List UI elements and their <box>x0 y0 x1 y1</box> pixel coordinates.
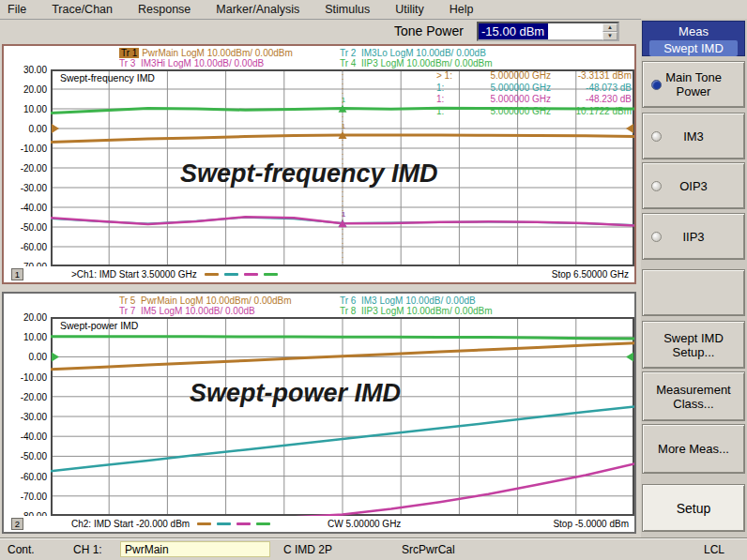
statusbar: Cont. CH 1: PwrMain C IMD 2P SrcPwrCal L… <box>0 538 747 560</box>
ref-level-arrow-right <box>626 124 633 133</box>
ref-level-arrow-left <box>52 352 59 361</box>
annotation-ch2: Swept-power IMD <box>190 379 401 408</box>
y-axis-tick: -30.00 <box>21 412 47 422</box>
y-axis-tick: 30.00 <box>23 65 47 75</box>
spin-down-icon[interactable]: ▼ <box>602 32 617 40</box>
y-axis-tick: -50.00 <box>21 451 47 462</box>
dash-im5 <box>236 522 251 525</box>
y-axis-tick: 20.00 <box>23 84 47 95</box>
ch1-stop-label: Stop 6.50000 GHz <box>552 269 629 280</box>
cal-status: C IMD 2P <box>283 543 332 556</box>
y-axis-tick: -40.00 <box>21 203 47 213</box>
menu-stimulus[interactable]: Stimulus <box>325 3 382 16</box>
channel-status-label: CH 1: <box>73 543 102 556</box>
dash-pwrmain2 <box>197 522 211 525</box>
channel1-badge: 1 <box>11 268 23 280</box>
tone-power-spinner: ▲ ▼ <box>602 23 617 39</box>
trace-label-tr2[interactable]: Tr 2 IM3Lo LogM 10.00dB/ 0.00dB <box>340 48 486 58</box>
trace-tr1-badge: Tr 1 <box>119 48 139 58</box>
trace-label-tr4[interactable]: Tr 4 IIP3 LogM 10.00dBm/ 0.00dBm <box>340 58 493 68</box>
y-axis-tick: -60.00 <box>21 471 47 481</box>
y-axis-tick: 10.00 <box>23 332 47 342</box>
trace-legend-dashes-ch2 <box>197 522 270 525</box>
spin-up-icon[interactable]: ▲ <box>602 23 617 32</box>
svg-text:1: 1 <box>342 122 346 130</box>
trace-im5 <box>51 464 634 517</box>
softkey-measurement-class[interactable]: Measurement Class... <box>642 371 745 421</box>
y-axis-tick: -20.00 <box>21 391 47 401</box>
softkey-blank[interactable] <box>642 269 745 316</box>
y-axis-ch1: 30.0020.0010.000.00-10.00-20.00-30.00-40… <box>4 69 51 266</box>
meas-header: Meas Swept IMD <box>642 21 745 56</box>
menu-utility[interactable]: Utility <box>395 3 436 16</box>
menu-marker-analysis[interactable]: Marker/Analysis <box>216 3 312 16</box>
trace-label-tr3[interactable]: Tr 3 IM3Hi LogM 10.00dB/ 0.00dB <box>119 58 264 68</box>
trace-iip3 <box>51 337 634 339</box>
y-axis-tick: -10.00 <box>21 371 47 382</box>
plot-ch2: Swept-power IMD Swept-power IMD <box>51 317 634 516</box>
radio-icon <box>651 181 662 191</box>
y-axis-tick: 0.00 <box>29 124 47 134</box>
trace-layer <box>51 317 634 516</box>
menubar: File Trace/Chan Response Marker/Analysis… <box>0 0 747 20</box>
svg-text:1: 1 <box>342 96 346 104</box>
softkey-main-tone-power[interactable]: Main Tone Power <box>642 61 745 108</box>
trace-tr1-desc: PwrMain LogM 10.00dBm/ 0.00dBm <box>139 48 292 58</box>
trace-pwrmain <box>51 343 634 370</box>
radio-icon <box>651 232 662 242</box>
sweep-mode-status: Cont. <box>8 543 35 556</box>
dash-iip3-2 <box>256 522 270 525</box>
plot-ch1: Swept-frequency IMD > 1:5.000000 GHz-3.3… <box>51 69 634 266</box>
softkey-more-meas[interactable]: More Meas... <box>642 424 745 474</box>
menu-file[interactable]: File <box>8 3 38 16</box>
softkey-oip3[interactable]: OIP3 <box>642 162 745 209</box>
trace-label-tr8[interactable]: Tr 8 IIP3 LogM 10.00dBm/ 0.00dBm <box>340 306 493 316</box>
y-axis-tick: -40.00 <box>21 431 47 442</box>
trace-labels-ch1: Tr 1 PwrMain LogM 10.00dBm/ 0.00dBm Tr 2… <box>4 46 634 69</box>
dash-im3 <box>217 522 231 525</box>
trace-labels-ch2: Tr 5 PwrMain LogM 10.00dBm/ 0.00dBm Tr 6… <box>4 294 634 317</box>
channel2-badge: 2 <box>11 518 23 530</box>
annotation-ch1: Swept-frequency IMD <box>180 159 438 189</box>
dash-pwrmain <box>205 273 219 276</box>
dash-iip3 <box>264 273 278 276</box>
meas-header-title: Meas <box>643 24 744 38</box>
ch1-start-label: >Ch1: IMD Start 3.50000 GHz <box>71 269 197 280</box>
channel2-status-row: 2 Ch2: IMD Start -20.000 dBm CW 5.00000 … <box>4 516 634 532</box>
y-axis-tick: 20.00 <box>23 312 47 323</box>
ref-level-arrow-right <box>626 352 633 361</box>
ch2-stop-label: Stop -5.0000 dBm <box>553 519 629 529</box>
tone-power-input-fill <box>548 23 602 39</box>
softkey-iip3[interactable]: IIP3 <box>642 213 745 260</box>
softkey-im3[interactable]: IM3 <box>642 113 745 159</box>
trace-label-tr7[interactable]: Tr 7 IM5 LogM 10.00dB/ 0.00dB <box>119 306 255 316</box>
trace-legend-dashes-ch1 <box>205 273 278 276</box>
y-axis-tick: 0.00 <box>29 352 47 362</box>
menu-help[interactable]: Help <box>450 3 486 16</box>
channel2-window: Tr 5 PwrMain LogM 10.00dBm/ 0.00dBm Tr 6… <box>2 292 636 534</box>
meas-header-value: Swept IMD <box>649 40 738 56</box>
trace-label-tr6[interactable]: Tr 6 IM3 LogM 10.00dB/ 0.00dB <box>340 295 476 306</box>
trace-label-tr5[interactable]: Tr 5 PwrMain LogM 10.00dBm/ 0.00dBm <box>119 295 292 306</box>
dash-im3hi <box>244 273 258 276</box>
trace-im3 <box>51 406 634 471</box>
tone-power-input[interactable]: -15.00 dBm ▲ ▼ <box>477 22 619 41</box>
softkey-swept-imd-setup[interactable]: Swept IMD Setup... <box>642 321 745 369</box>
softkey-setup[interactable]: Setup <box>642 484 745 532</box>
dash-im3lo <box>224 273 238 276</box>
tone-power-value: -15.00 dBm <box>479 23 548 39</box>
menu-response[interactable]: Response <box>138 3 203 16</box>
ref-level-arrow-left <box>52 124 59 133</box>
tone-power-label: Tone Power <box>394 23 464 38</box>
active-trace-field: PwrMain <box>120 541 270 557</box>
y-axis-tick: -60.00 <box>21 242 47 252</box>
radio-icon <box>651 131 662 142</box>
ch2-cw-label: CW 5.00000 GHz <box>328 519 401 529</box>
y-axis-ch2: 20.0010.000.00-10.00-20.00-30.00-40.00-5… <box>4 317 51 516</box>
trace-label-tr1[interactable]: Tr 1 PwrMain LogM 10.00dBm/ 0.00dBm <box>119 48 293 58</box>
local-remote-status: LCL <box>704 543 724 556</box>
menu-trace-chan[interactable]: Trace/Chan <box>52 3 125 16</box>
chart-area: Tr 1 PwrMain LogM 10.00dBm/ 0.00dBm Tr 2… <box>0 43 640 538</box>
y-axis-tick: -30.00 <box>21 183 47 193</box>
source-power-cal-status: SrcPwrCal <box>402 543 455 556</box>
